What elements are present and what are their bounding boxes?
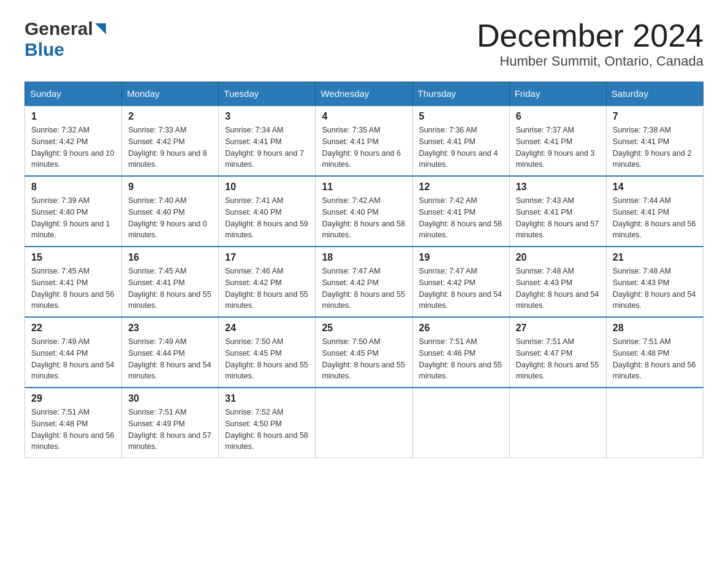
day-number: 11 bbox=[322, 182, 406, 193]
day-info: Sunrise: 7:47 AMSunset: 4:42 PMDaylight:… bbox=[322, 266, 406, 312]
day-info: Sunrise: 7:50 AMSunset: 4:45 PMDaylight:… bbox=[322, 336, 406, 382]
page-header: General Blue December 2024 Humber Summit… bbox=[25, 18, 703, 69]
week-row-3: 15Sunrise: 7:45 AMSunset: 4:41 PMDayligh… bbox=[25, 247, 703, 317]
calendar-table: SundayMondayTuesdayWednesdayThursdayFrid… bbox=[25, 82, 703, 458]
logo: General Blue bbox=[25, 18, 106, 60]
day-info: Sunrise: 7:39 AMSunset: 4:40 PMDaylight:… bbox=[31, 195, 115, 241]
calendar-cell: 6Sunrise: 7:37 AMSunset: 4:41 PMDaylight… bbox=[509, 105, 606, 176]
day-header-tuesday: Tuesday bbox=[219, 82, 316, 106]
day-info: Sunrise: 7:40 AMSunset: 4:40 PMDaylight:… bbox=[128, 195, 212, 241]
calendar-cell: 12Sunrise: 7:42 AMSunset: 4:41 PMDayligh… bbox=[412, 176, 509, 247]
day-info: Sunrise: 7:45 AMSunset: 4:41 PMDaylight:… bbox=[128, 266, 212, 312]
day-info: Sunrise: 7:49 AMSunset: 4:44 PMDaylight:… bbox=[128, 336, 212, 382]
day-info: Sunrise: 7:47 AMSunset: 4:42 PMDaylight:… bbox=[419, 266, 503, 312]
day-number: 7 bbox=[613, 111, 697, 122]
day-info: Sunrise: 7:44 AMSunset: 4:41 PMDaylight:… bbox=[613, 195, 697, 241]
calendar-cell: 16Sunrise: 7:45 AMSunset: 4:41 PMDayligh… bbox=[122, 247, 219, 317]
day-info: Sunrise: 7:51 AMSunset: 4:47 PMDaylight:… bbox=[516, 336, 600, 382]
calendar-cell: 5Sunrise: 7:36 AMSunset: 4:41 PMDaylight… bbox=[412, 105, 509, 176]
day-number: 20 bbox=[516, 252, 600, 263]
calendar-cell: 3Sunrise: 7:34 AMSunset: 4:41 PMDaylight… bbox=[219, 105, 316, 176]
calendar-cell: 24Sunrise: 7:50 AMSunset: 4:45 PMDayligh… bbox=[219, 317, 316, 388]
day-header-friday: Friday bbox=[509, 82, 606, 106]
calendar-cell: 28Sunrise: 7:51 AMSunset: 4:48 PMDayligh… bbox=[606, 317, 703, 388]
calendar-cell: 2Sunrise: 7:33 AMSunset: 4:42 PMDaylight… bbox=[122, 105, 219, 176]
day-info: Sunrise: 7:46 AMSunset: 4:42 PMDaylight:… bbox=[225, 266, 309, 312]
day-header-sunday: Sunday bbox=[25, 82, 122, 106]
month-title: December 2024 bbox=[477, 18, 703, 53]
day-number: 1 bbox=[31, 111, 115, 122]
calendar-cell: 29Sunrise: 7:51 AMSunset: 4:48 PMDayligh… bbox=[25, 388, 122, 458]
day-number: 9 bbox=[128, 182, 212, 193]
day-number: 12 bbox=[419, 182, 503, 193]
day-info: Sunrise: 7:37 AMSunset: 4:41 PMDaylight:… bbox=[516, 124, 600, 170]
day-header-thursday: Thursday bbox=[412, 82, 509, 106]
calendar-cell bbox=[606, 388, 703, 458]
calendar-cell: 8Sunrise: 7:39 AMSunset: 4:40 PMDaylight… bbox=[25, 176, 122, 247]
calendar-cell: 31Sunrise: 7:52 AMSunset: 4:50 PMDayligh… bbox=[219, 388, 316, 458]
day-info: Sunrise: 7:42 AMSunset: 4:40 PMDaylight:… bbox=[322, 195, 406, 241]
day-info: Sunrise: 7:36 AMSunset: 4:41 PMDaylight:… bbox=[419, 124, 503, 170]
calendar-cell: 26Sunrise: 7:51 AMSunset: 4:46 PMDayligh… bbox=[412, 317, 509, 388]
day-number: 29 bbox=[31, 393, 115, 404]
day-info: Sunrise: 7:38 AMSunset: 4:41 PMDaylight:… bbox=[613, 124, 697, 170]
week-row-1: 1Sunrise: 7:32 AMSunset: 4:42 PMDaylight… bbox=[25, 105, 703, 176]
calendar-cell: 1Sunrise: 7:32 AMSunset: 4:42 PMDaylight… bbox=[25, 105, 122, 176]
day-header-monday: Monday bbox=[122, 82, 219, 106]
day-number: 3 bbox=[225, 111, 309, 122]
week-row-5: 29Sunrise: 7:51 AMSunset: 4:48 PMDayligh… bbox=[25, 388, 703, 458]
location-title: Humber Summit, Ontario, Canada bbox=[477, 53, 703, 69]
day-number: 16 bbox=[128, 252, 212, 263]
day-info: Sunrise: 7:51 AMSunset: 4:46 PMDaylight:… bbox=[419, 336, 503, 382]
day-number: 24 bbox=[225, 323, 309, 334]
logo-triangle-icon bbox=[95, 23, 106, 37]
title-block: December 2024 Humber Summit, Ontario, Ca… bbox=[477, 18, 703, 69]
day-number: 28 bbox=[613, 323, 697, 334]
day-number: 14 bbox=[613, 182, 697, 193]
day-number: 22 bbox=[31, 323, 115, 334]
week-row-2: 8Sunrise: 7:39 AMSunset: 4:40 PMDaylight… bbox=[25, 176, 703, 247]
day-number: 31 bbox=[225, 393, 309, 404]
day-number: 13 bbox=[516, 182, 600, 193]
day-number: 30 bbox=[128, 393, 212, 404]
day-info: Sunrise: 7:50 AMSunset: 4:45 PMDaylight:… bbox=[225, 336, 309, 382]
day-info: Sunrise: 7:45 AMSunset: 4:41 PMDaylight:… bbox=[31, 266, 115, 312]
calendar-cell: 7Sunrise: 7:38 AMSunset: 4:41 PMDaylight… bbox=[606, 105, 703, 176]
day-number: 21 bbox=[613, 252, 697, 263]
day-number: 4 bbox=[322, 111, 406, 122]
day-info: Sunrise: 7:48 AMSunset: 4:43 PMDaylight:… bbox=[516, 266, 600, 312]
calendar-cell: 13Sunrise: 7:43 AMSunset: 4:41 PMDayligh… bbox=[509, 176, 606, 247]
day-info: Sunrise: 7:42 AMSunset: 4:41 PMDaylight:… bbox=[419, 195, 503, 241]
day-number: 10 bbox=[225, 182, 309, 193]
svg-marker-0 bbox=[95, 23, 106, 34]
day-number: 25 bbox=[322, 323, 406, 334]
day-info: Sunrise: 7:35 AMSunset: 4:41 PMDaylight:… bbox=[322, 124, 406, 170]
day-info: Sunrise: 7:43 AMSunset: 4:41 PMDaylight:… bbox=[516, 195, 600, 241]
day-info: Sunrise: 7:52 AMSunset: 4:50 PMDaylight:… bbox=[225, 407, 309, 453]
logo-blue-text: Blue bbox=[25, 39, 64, 59]
day-number: 8 bbox=[31, 182, 115, 193]
calendar-cell: 20Sunrise: 7:48 AMSunset: 4:43 PMDayligh… bbox=[509, 247, 606, 317]
day-number: 18 bbox=[322, 252, 406, 263]
calendar-cell: 30Sunrise: 7:51 AMSunset: 4:49 PMDayligh… bbox=[122, 388, 219, 458]
day-info: Sunrise: 7:51 AMSunset: 4:48 PMDaylight:… bbox=[613, 336, 697, 382]
calendar-cell: 10Sunrise: 7:41 AMSunset: 4:40 PMDayligh… bbox=[219, 176, 316, 247]
calendar-cell: 11Sunrise: 7:42 AMSunset: 4:40 PMDayligh… bbox=[316, 176, 412, 247]
day-info: Sunrise: 7:49 AMSunset: 4:44 PMDaylight:… bbox=[31, 336, 115, 382]
day-number: 27 bbox=[516, 323, 600, 334]
day-info: Sunrise: 7:41 AMSunset: 4:40 PMDaylight:… bbox=[225, 195, 309, 241]
calendar-cell: 4Sunrise: 7:35 AMSunset: 4:41 PMDaylight… bbox=[316, 105, 412, 176]
calendar-cell: 23Sunrise: 7:49 AMSunset: 4:44 PMDayligh… bbox=[122, 317, 219, 388]
day-number: 26 bbox=[419, 323, 503, 334]
day-number: 5 bbox=[419, 111, 503, 122]
calendar-cell: 15Sunrise: 7:45 AMSunset: 4:41 PMDayligh… bbox=[25, 247, 122, 317]
day-info: Sunrise: 7:48 AMSunset: 4:43 PMDaylight:… bbox=[613, 266, 697, 312]
calendar-cell: 14Sunrise: 7:44 AMSunset: 4:41 PMDayligh… bbox=[606, 176, 703, 247]
day-number: 19 bbox=[419, 252, 503, 263]
calendar-cell bbox=[509, 388, 606, 458]
day-header-row: SundayMondayTuesdayWednesdayThursdayFrid… bbox=[25, 82, 703, 106]
calendar-cell: 25Sunrise: 7:50 AMSunset: 4:45 PMDayligh… bbox=[316, 317, 412, 388]
calendar-cell: 18Sunrise: 7:47 AMSunset: 4:42 PMDayligh… bbox=[316, 247, 412, 317]
day-info: Sunrise: 7:51 AMSunset: 4:48 PMDaylight:… bbox=[31, 407, 115, 453]
day-header-saturday: Saturday bbox=[606, 82, 703, 106]
